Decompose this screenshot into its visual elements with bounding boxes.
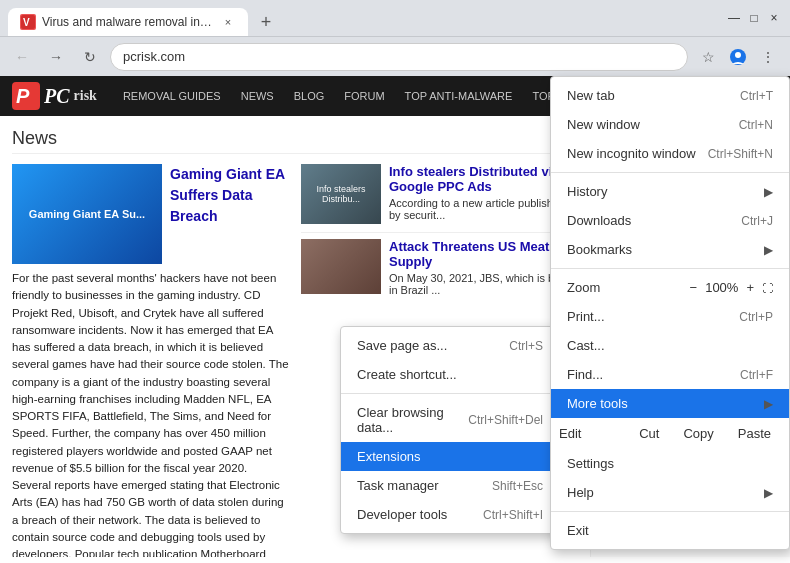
menu-cast[interactable]: Cast... [551,331,789,360]
menu-bookmarks-arrow: ▶ [764,243,773,257]
reload-button[interactable]: ↻ [76,43,104,71]
context-developer-tools[interactable]: Developer tools Ctrl+Shift+I [341,500,559,529]
menu-new-window-label: New window [567,117,640,132]
logo-pc: PC [44,85,70,108]
context-create-shortcut[interactable]: Create shortcut... [341,360,559,389]
back-button[interactable]: ← [8,43,36,71]
url-text: pcrisk.com [123,49,185,64]
menu-history-arrow: ▶ [764,185,773,199]
context-save-page-shortcut: Ctrl+S [509,339,543,353]
menu-cut-button[interactable]: Cut [629,422,669,445]
menu-downloads-label: Downloads [567,213,631,228]
svg-text:P: P [16,85,30,107]
menu-help-label: Help [567,485,594,500]
new-tab-button[interactable]: + [252,8,280,36]
forward-button[interactable]: → [42,43,70,71]
menu-incognito[interactable]: New incognito window Ctrl+Shift+N [551,139,789,168]
article2-thumbnail: Info stealers Distribu... [301,164,381,224]
article3: Attack Threatens US Meat Supply On May 3… [301,232,578,296]
url-input[interactable]: pcrisk.com [110,43,688,71]
menu-paste-button[interactable]: Paste [728,422,781,445]
tab-close-button[interactable]: × [220,14,236,30]
menu-zoom-label: Zoom [567,280,600,295]
site-logo[interactable]: P PC risk [12,82,97,110]
menu-new-window-shortcut: Ctrl+N [739,118,773,132]
context-extensions[interactable]: Extensions [341,442,559,471]
menu-new-tab[interactable]: New tab Ctrl+T [551,81,789,110]
browser-menu-button[interactable]: ⋮ [754,43,782,71]
context-developer-tools-label: Developer tools [357,507,447,522]
menu-find[interactable]: Find... Ctrl+F [551,360,789,389]
menu-sep-1 [551,172,789,173]
menu-incognito-label: New incognito window [567,146,696,161]
menu-new-tab-shortcut: Ctrl+T [740,89,773,103]
menu-find-label: Find... [567,367,603,382]
active-tab[interactable]: V Virus and malware removal instr... × [8,8,248,36]
menu-history[interactable]: History ▶ [551,177,789,206]
article3-thumbnail [301,239,381,294]
menu-new-tab-label: New tab [567,88,615,103]
browser-titlebar: V Virus and malware removal instr... × +… [0,0,790,36]
menu-help[interactable]: Help ▶ [551,478,789,507]
menu-more-tools-arrow: ▶ [764,397,773,411]
article1-header: Gaming Giant EA Suffers Data Breach [170,164,289,264]
menu-sep-2 [551,268,789,269]
menu-edit-row: Edit Cut Copy Paste [551,418,789,449]
menu-zoom[interactable]: Zoom − 100% + ⛶ [551,273,789,302]
news-section-title: News [12,128,578,154]
menu-bookmarks[interactable]: Bookmarks ▶ [551,235,789,264]
article1-headline[interactable]: Gaming Giant EA Suffers Data Breach [170,164,289,227]
menu-zoom-fullscreen[interactable]: ⛶ [762,282,773,294]
window-controls: — □ × [726,10,782,26]
menu-help-arrow: ▶ [764,486,773,500]
nav-forum[interactable]: FORUM [334,86,394,106]
svg-point-3 [735,52,741,58]
address-bar: ← → ↻ pcrisk.com ☆ ⋮ [0,36,790,76]
context-task-manager-shortcut: Shift+Esc [492,479,543,493]
context-clear-browsing-label: Clear browsing data... [357,405,468,435]
context-create-shortcut-label: Create shortcut... [357,367,457,382]
menu-zoom-minus[interactable]: − [690,280,698,295]
menu-history-label: History [567,184,607,199]
menu-cast-label: Cast... [567,338,605,353]
minimize-button[interactable]: — [726,10,742,26]
menu-bookmarks-label: Bookmarks [567,242,632,257]
nav-news[interactable]: NEWS [231,86,284,106]
close-window-button[interactable]: × [766,10,782,26]
maximize-button[interactable]: □ [746,10,762,26]
menu-exit[interactable]: Exit [551,516,789,545]
thumb2-label: Info stealers Distribu... [303,184,379,204]
bookmark-icon[interactable]: ☆ [694,43,722,71]
menu-print-label: Print... [567,309,605,324]
menu-zoom-plus[interactable]: + [746,280,754,295]
menu-print-shortcut: Ctrl+P [739,310,773,324]
menu-more-tools[interactable]: More tools ▶ [551,389,789,418]
logo-risk: risk [74,88,97,104]
context-task-manager[interactable]: Task manager Shift+Esc [341,471,559,500]
context-save-page[interactable]: Save page as... Ctrl+S [341,331,559,360]
context-separator-1 [341,393,559,394]
browser-menu[interactable]: New tab Ctrl+T New window Ctrl+N New inc… [550,76,790,550]
menu-more-tools-label: More tools [567,396,628,411]
page-context-menu[interactable]: Save page as... Ctrl+S Create shortcut..… [340,326,560,534]
tab-title: Virus and malware removal instr... [42,15,214,29]
article2: Info stealers Distribu... Info stealers … [301,164,578,224]
menu-copy-button[interactable]: Copy [673,422,723,445]
nav-blog[interactable]: BLOG [284,86,335,106]
context-clear-browsing[interactable]: Clear browsing data... Ctrl+Shift+Del [341,398,559,442]
menu-new-window[interactable]: New window Ctrl+N [551,110,789,139]
menu-print[interactable]: Print... Ctrl+P [551,302,789,331]
context-save-page-label: Save page as... [357,338,447,353]
menu-settings[interactable]: Settings [551,449,789,478]
menu-exit-label: Exit [567,523,589,538]
thumb1-label: Gaming Giant EA Su... [29,206,145,223]
tab-favicon: V [20,14,36,30]
menu-settings-label: Settings [567,456,614,471]
menu-downloads[interactable]: Downloads Ctrl+J [551,206,789,235]
profile-icon[interactable] [724,43,752,71]
nav-anti-malware[interactable]: TOP ANTI-MALWARE [395,86,523,106]
toolbar-icons: ☆ ⋮ [694,43,782,71]
menu-incognito-shortcut: Ctrl+Shift+N [708,147,773,161]
nav-removal-guides[interactable]: REMOVAL GUIDES [113,86,231,106]
article1-thumbnail: Gaming Giant EA Su... [12,164,162,264]
